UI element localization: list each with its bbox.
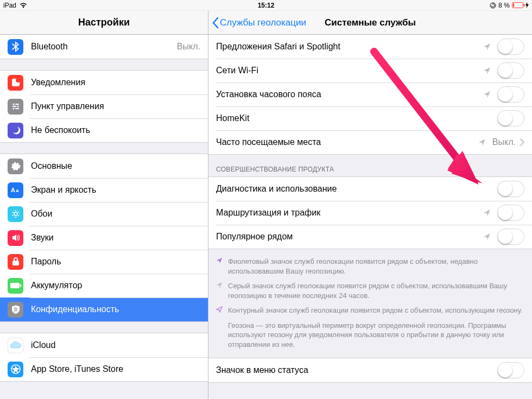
battery-percent: 8 % bbox=[498, 2, 510, 9]
location-arrow-icon bbox=[483, 233, 491, 240]
system-service-row[interactable]: HomeKit bbox=[208, 106, 532, 130]
svg-text:A: A bbox=[16, 188, 19, 193]
svg-rect-23 bbox=[10, 283, 20, 288]
sidebar-item-control-center[interactable]: Пункт управления bbox=[0, 94, 208, 118]
system-service-row[interactable]: Часто посещаемые места Выкл. bbox=[208, 130, 532, 154]
sidebar-item-dnd[interactable]: Не беспокоить bbox=[0, 118, 208, 142]
detail-header: Службы геолокации Системные службы bbox=[208, 11, 532, 35]
svg-point-14 bbox=[14, 212, 17, 216]
svg-rect-11 bbox=[15, 108, 19, 109]
sidebar-item-value: Выкл. bbox=[177, 42, 200, 52]
sidebar-item-label: iCloud bbox=[31, 340, 208, 350]
system-service-row[interactable]: Диагностика и использование bbox=[208, 177, 532, 201]
row-label: Сети Wi-Fi bbox=[216, 66, 483, 75]
location-arrow-icon bbox=[216, 281, 223, 300]
sidebar-item-label: Уведомления bbox=[31, 78, 208, 87]
sidebar-item-general[interactable]: Основные bbox=[0, 154, 208, 178]
system-service-row[interactable]: Значок в меню статуса bbox=[208, 358, 532, 382]
sidebar-item-display[interactable]: AA Экран и яркость bbox=[0, 178, 208, 202]
toggle-switch[interactable] bbox=[497, 110, 524, 126]
svg-point-8 bbox=[17, 105, 18, 107]
location-arrow-icon bbox=[216, 257, 223, 276]
sidebar-item-label: Пароль bbox=[31, 257, 208, 267]
sidebar-item-label: Экран и яркость bbox=[31, 185, 208, 195]
sidebar-item-appstore[interactable]: App Store, iTunes Store bbox=[0, 357, 208, 381]
system-service-row[interactable]: Предложения Safari и Spotlight bbox=[208, 35, 532, 59]
toggle-switch[interactable] bbox=[497, 362, 524, 378]
footer-notes: Фиолетовый значок служб геолокации появи… bbox=[208, 249, 532, 353]
control-center-icon bbox=[8, 99, 23, 115]
note-text: Контурный значок служб геолокации появит… bbox=[228, 306, 523, 315]
toggle-switch[interactable] bbox=[497, 86, 524, 103]
location-arrow-icon bbox=[483, 91, 491, 98]
system-service-row[interactable]: Популярное рядом bbox=[208, 225, 532, 249]
svg-point-18 bbox=[18, 215, 19, 216]
privacy-icon bbox=[8, 302, 23, 318]
svg-point-16 bbox=[15, 210, 16, 211]
location-arrow-icon bbox=[478, 138, 486, 146]
row-label: HomeKit bbox=[216, 113, 497, 123]
sidebar-item-label: Конфиденциальность bbox=[31, 305, 208, 314]
detail-pane: Службы геолокации Системные службы Предл… bbox=[208, 11, 532, 399]
sidebar-item-label: Основные bbox=[31, 161, 208, 171]
toggle-switch[interactable] bbox=[497, 229, 524, 245]
detail-title: Системные службы bbox=[325, 17, 416, 28]
row-label: Популярное рядом bbox=[216, 232, 483, 242]
settings-sidebar: Настройки Bluetooth Выкл. Уведомления bbox=[0, 11, 208, 399]
row-label: Маршрутизация и трафик bbox=[216, 208, 483, 218]
toggle-switch[interactable] bbox=[497, 181, 524, 197]
sidebar-item-sounds[interactable]: Звуки bbox=[0, 226, 208, 250]
system-service-row[interactable]: Установка часового пояса bbox=[208, 83, 532, 106]
system-service-row[interactable]: Сети Wi-Fi bbox=[208, 59, 532, 83]
svg-rect-9 bbox=[12, 106, 16, 107]
row-label: Значок в меню статуса bbox=[216, 365, 497, 375]
sidebar-item-passcode[interactable]: Пароль bbox=[0, 250, 208, 274]
sidebar-item-icloud[interactable]: iCloud bbox=[0, 333, 208, 357]
system-service-row[interactable]: Маршрутизация и трафик bbox=[208, 201, 532, 225]
svg-point-17 bbox=[18, 212, 19, 213]
toggle-switch[interactable] bbox=[497, 205, 524, 221]
svg-rect-25 bbox=[14, 308, 17, 308]
dnd-icon bbox=[8, 123, 23, 138]
row-label: Диагностика и использование bbox=[216, 184, 497, 194]
icloud-icon bbox=[8, 338, 23, 353]
svg-point-19 bbox=[15, 217, 16, 218]
sidebar-item-label: Звуки bbox=[31, 233, 208, 243]
device-label: iPad bbox=[3, 2, 16, 9]
svg-rect-27 bbox=[14, 311, 17, 311]
sidebar-item-notifications[interactable]: Уведомления bbox=[0, 71, 208, 94]
wifi-icon bbox=[20, 3, 27, 8]
location-arrow-icon bbox=[483, 209, 491, 217]
sidebar-item-privacy[interactable]: Конфиденциальность bbox=[0, 297, 208, 321]
rotation-lock-icon bbox=[490, 2, 496, 9]
svg-point-15 bbox=[12, 211, 19, 218]
back-button[interactable]: Службы геолокации bbox=[208, 17, 306, 29]
location-arrow-icon bbox=[216, 306, 223, 315]
bluetooth-icon bbox=[8, 39, 23, 55]
status-time: 15:12 bbox=[258, 2, 275, 9]
sidebar-item-label: Не беспокоить bbox=[31, 125, 208, 135]
row-value: Выкл. bbox=[492, 137, 516, 147]
sidebar-item-label: App Store, iTunes Store bbox=[31, 364, 208, 374]
sidebar-item-battery[interactable]: Аккумулятор bbox=[0, 274, 208, 297]
display-icon: AA bbox=[8, 182, 23, 198]
svg-rect-7 bbox=[15, 104, 19, 105]
svg-point-6 bbox=[12, 103, 14, 105]
toggle-switch[interactable] bbox=[497, 39, 524, 55]
notifications-icon bbox=[8, 75, 23, 91]
row-label: Предложения Safari и Spotlight bbox=[216, 42, 483, 52]
chevron-left-icon bbox=[212, 17, 219, 29]
svg-point-20 bbox=[12, 215, 13, 216]
note-text: Фиолетовый значок служб геолокации появи… bbox=[228, 257, 524, 276]
svg-point-21 bbox=[12, 212, 13, 213]
note-text: Геозона — это виртуальный периметр вокру… bbox=[228, 321, 524, 350]
passcode-icon bbox=[8, 254, 23, 270]
sounds-icon bbox=[8, 230, 23, 246]
battery-icon bbox=[8, 278, 23, 294]
sidebar-item-bluetooth[interactable]: Bluetooth Выкл. bbox=[0, 35, 208, 59]
toggle-switch[interactable] bbox=[497, 62, 524, 79]
appstore-icon bbox=[8, 362, 23, 377]
sidebar-item-wallpaper[interactable]: Обои bbox=[0, 202, 208, 226]
sidebar-item-label: Обои bbox=[31, 209, 208, 219]
wallpaper-icon bbox=[8, 206, 23, 222]
